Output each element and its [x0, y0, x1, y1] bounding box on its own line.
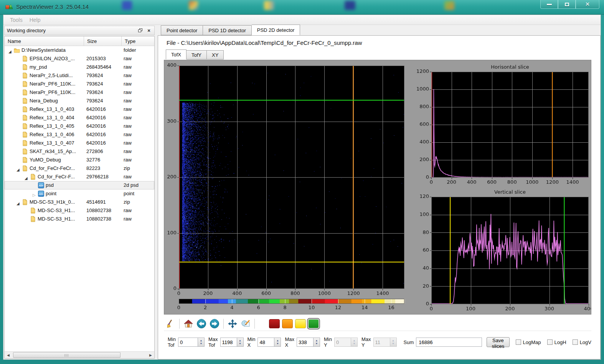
collapse-expander-icon[interactable]: ◢ — [8, 48, 13, 53]
file-icon — [22, 64, 28, 70]
expand-expander-icon[interactable]: ▷ — [33, 191, 37, 196]
menu-help[interactable]: Help — [26, 17, 44, 23]
tree-row[interactable]: MD-SC-S3_H1...108802738raw — [5, 215, 154, 223]
tree-row[interactable]: psd2d psd — [5, 181, 154, 189]
scroll-left-arrow[interactable]: ◀ — [5, 352, 12, 358]
home-button[interactable] — [182, 318, 195, 329]
checkbox-icon[interactable] — [547, 339, 553, 345]
logmap-checkbox[interactable]: LogMap — [516, 339, 541, 345]
clear-button[interactable] — [164, 318, 177, 329]
tab-psd-1d-detector[interactable]: PSD 1D detector — [203, 25, 252, 35]
spin-value[interactable] — [257, 338, 274, 347]
tree-row[interactable]: Reflex_13_1_0_4056420016raw — [5, 122, 154, 130]
tree-item-name: Reflex_13_1_0_406 — [30, 130, 74, 139]
tree-row[interactable]: ◢MD-SC-S3_H1k_0...4514691zip — [5, 198, 154, 206]
min-tof-spinbox[interactable]: ▲▼ — [178, 338, 205, 347]
tree-row[interactable]: NeraPr_PF6_110K...793624raw — [5, 80, 154, 88]
move-arrows-icon — [228, 319, 238, 329]
horizontal-slice-plot[interactable] — [417, 63, 591, 186]
pan-button[interactable] — [226, 318, 239, 329]
sum-field[interactable] — [416, 338, 482, 347]
plot-panel — [164, 60, 591, 315]
home-icon — [184, 319, 193, 328]
scrollbar-thumb[interactable] — [13, 352, 120, 358]
desktop-icon-blur — [444, 1, 454, 10]
maximize-button[interactable] — [558, 0, 576, 9]
column-type[interactable]: Type — [122, 36, 156, 46]
tree-row[interactable]: NeraPr_PF6_110K...793624raw — [5, 88, 154, 97]
tree-row[interactable]: Nera_Debug793624raw — [5, 97, 154, 105]
tree-row[interactable]: ▷pointpoint — [5, 189, 154, 198]
yellow-square-button[interactable] — [295, 319, 306, 328]
detector-area: Point detector PSD 1D detector PSD 2D de… — [158, 25, 601, 359]
close-button[interactable]: ✕ — [576, 0, 599, 9]
tab-tofy[interactable]: TofY — [186, 50, 207, 59]
close-panel-button[interactable]: × — [146, 28, 152, 34]
max-tof-spinbox[interactable]: ▲▼ — [220, 338, 244, 347]
tree-item-type: raw — [124, 122, 132, 130]
float-panel-button[interactable] — [137, 28, 144, 34]
spin-value[interactable] — [220, 338, 237, 347]
spin-up-down-buttons: ▲▼ — [351, 338, 358, 347]
back-icon — [196, 319, 206, 329]
tree-row[interactable]: YuMO_Debug32776raw — [5, 156, 154, 164]
tab-xy[interactable]: XY — [207, 50, 224, 59]
green-square-button[interactable] — [308, 319, 319, 328]
spin-value[interactable] — [297, 338, 314, 347]
orange-square-button[interactable] — [282, 319, 293, 328]
max-x-spinbox[interactable]: ▲▼ — [297, 338, 320, 347]
tree-row[interactable]: ◢D:\NewSystem\datafolder — [5, 46, 154, 54]
tree-row[interactable]: MD-SC-S3_H1...108802738raw — [5, 206, 154, 215]
edit-region-icon — [241, 319, 251, 329]
tree-row[interactable]: NeraPr_2,5-Lutidi...793624raw — [5, 71, 154, 80]
spin-up-down-buttons[interactable]: ▲▼ — [198, 338, 205, 347]
column-name[interactable]: Name — [5, 36, 84, 46]
checkbox-icon[interactable] — [573, 339, 578, 345]
collapse-expander-icon[interactable]: ◢ — [17, 199, 21, 205]
logv-checkbox[interactable]: LogV — [573, 339, 591, 345]
tree-row[interactable]: EPSILON_Al2O3_...2015303raw — [5, 54, 154, 63]
spin-label: Min X — [248, 336, 256, 348]
spin-up-down-buttons[interactable]: ▲▼ — [237, 338, 244, 347]
tree-row[interactable]: Reflex_13_1_0_4076420016raw — [5, 139, 154, 147]
tofx-2d-map[interactable] — [165, 61, 413, 297]
spectrum-icon — [38, 182, 44, 188]
column-size[interactable]: Size — [84, 36, 122, 46]
tree-item-size: 793624 — [86, 97, 103, 105]
tab-psd-2d-detector[interactable]: PSD 2D detector — [252, 25, 300, 35]
toolbar-separator — [179, 319, 180, 329]
tree-row[interactable]: my_psd268435464raw — [5, 63, 154, 71]
tree-row[interactable]: SKAT_rk34_15_Ap...272806raw — [5, 147, 154, 156]
logh-checkbox[interactable]: LogH — [547, 339, 566, 345]
collapse-expander-icon[interactable]: ◢ — [25, 174, 29, 180]
tree-item-size: 272806 — [86, 147, 103, 156]
edit-region-button[interactable] — [239, 318, 252, 329]
vertical-slice-plot[interactable] — [417, 188, 591, 314]
spin-value[interactable] — [178, 338, 198, 347]
red-square-button[interactable] — [269, 319, 280, 328]
horizontal-scrollbar[interactable]: ◀ ▶ — [5, 351, 154, 358]
menu-tools[interactable]: Tools — [7, 17, 26, 23]
tree-row[interactable]: Reflex_13_1_0_4046420016raw — [5, 114, 154, 122]
spin-up-down-buttons[interactable]: ▲▼ — [274, 338, 281, 347]
title-bar[interactable]: SpectraViewer 2.3 25.04.14 ✕ — [0, 0, 604, 15]
tree-row[interactable]: Reflex_13_1_0_4036420016raw — [5, 105, 154, 114]
tree-row[interactable]: ◢Cd_for_FeCr-FeCr...82223zip — [5, 164, 154, 173]
scroll-right-arrow[interactable]: ▶ — [147, 352, 154, 358]
back-button[interactable] — [195, 318, 208, 329]
forward-button[interactable] — [208, 318, 221, 329]
tree-item-type: raw — [124, 80, 132, 88]
collapse-expander-icon[interactable]: ◢ — [17, 166, 21, 171]
min-x-spinbox[interactable]: ▲▼ — [257, 338, 281, 347]
tree-row[interactable]: Reflex_13_1_0_4066420016raw — [5, 130, 154, 139]
minimize-button[interactable] — [540, 0, 558, 9]
save-slices-button[interactable]: Save slices — [487, 337, 509, 347]
tab-tofx[interactable]: TofX — [166, 49, 186, 59]
tree-row[interactable]: ◢Cd_for_FeCr-F...29766218raw — [5, 173, 154, 181]
file-icon — [22, 157, 28, 163]
tree-item-name: NeraPr_2,5-Lutidi... — [30, 71, 73, 80]
spin-up-down-buttons[interactable]: ▲▼ — [314, 338, 320, 347]
tab-point-detector[interactable]: Point detector — [161, 25, 203, 35]
tree-item-type: raw — [124, 63, 132, 71]
checkbox-icon[interactable] — [516, 339, 521, 345]
